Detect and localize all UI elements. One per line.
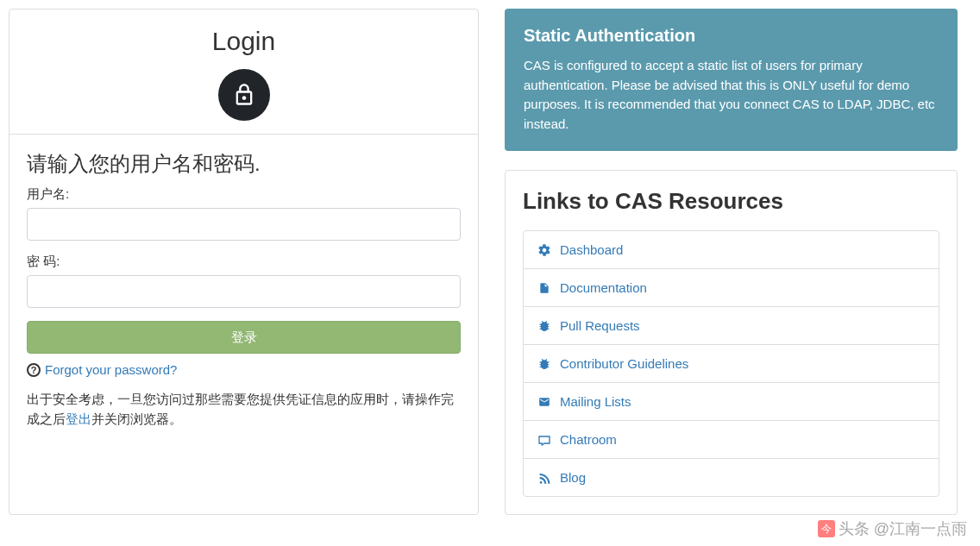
resource-chatroom[interactable]: Chatroom	[524, 421, 939, 459]
resource-label: Blog	[560, 470, 586, 485]
resources-title: Links to CAS Resources	[523, 188, 939, 215]
security-notice: 出于安全考虑，一旦您访问过那些需要您提供凭证信息的应用时，请操作完成之后登出并关…	[27, 390, 461, 429]
chat-icon	[537, 433, 551, 447]
resource-dashboard[interactable]: Dashboard	[524, 231, 939, 269]
resources-panel: Links to CAS Resources Dashboard Documen…	[505, 170, 958, 515]
resource-label: Contributor Guidelines	[560, 356, 688, 371]
username-label: 用户名:	[27, 186, 461, 203]
resource-contributor-guidelines[interactable]: Contributor Guidelines	[524, 345, 939, 383]
login-button[interactable]: 登录	[27, 321, 461, 354]
login-panel: Login 请输入您的用户名和密码. 用户名: 密 码: 登录 ? Forgot…	[9, 9, 479, 515]
login-form: 请输入您的用户名和密码. 用户名: 密 码: 登录 ? Forgot your …	[9, 135, 478, 448]
rss-icon	[537, 471, 551, 485]
bug-icon	[537, 319, 551, 333]
envelope-icon	[537, 395, 551, 409]
logout-link[interactable]: 登出	[66, 411, 91, 426]
lock-icon	[218, 69, 270, 121]
watermark-text: 头条 @江南一点雨	[839, 518, 967, 539]
resource-list: Dashboard Documentation Pull Requests Co…	[523, 230, 939, 497]
alert-text: CAS is configured to accept a static lis…	[524, 56, 939, 134]
static-auth-alert: Static Authentication CAS is configured …	[505, 9, 958, 151]
username-input[interactable]	[27, 208, 461, 241]
resource-label: Mailing Lists	[560, 394, 631, 409]
password-label: 密 码:	[27, 254, 461, 270]
forgot-password-link[interactable]: Forgot your password?	[45, 362, 177, 377]
alert-title: Static Authentication	[524, 26, 939, 46]
question-icon: ?	[27, 363, 41, 377]
resource-documentation[interactable]: Documentation	[524, 269, 939, 307]
bug-icon	[537, 357, 551, 371]
password-input[interactable]	[27, 275, 461, 308]
resource-label: Documentation	[560, 280, 647, 295]
form-title: 请输入您的用户名和密码.	[27, 150, 461, 178]
resource-label: Dashboard	[560, 242, 623, 257]
right-panel: Static Authentication CAS is configured …	[505, 9, 958, 515]
watermark: 今 头条 @江南一点雨	[818, 518, 967, 539]
resource-blog[interactable]: Blog	[524, 459, 939, 496]
file-icon	[537, 281, 551, 295]
notice-text-after: 并关闭浏览器。	[91, 411, 182, 426]
resource-label: Chatroom	[560, 432, 617, 447]
cogs-icon	[537, 243, 551, 257]
resource-label: Pull Requests	[560, 318, 640, 333]
login-header: Login	[9, 9, 478, 135]
resource-mailing-lists[interactable]: Mailing Lists	[524, 383, 939, 421]
resource-pull-requests[interactable]: Pull Requests	[524, 307, 939, 345]
watermark-logo-icon: 今	[818, 520, 835, 537]
login-title: Login	[27, 27, 461, 56]
